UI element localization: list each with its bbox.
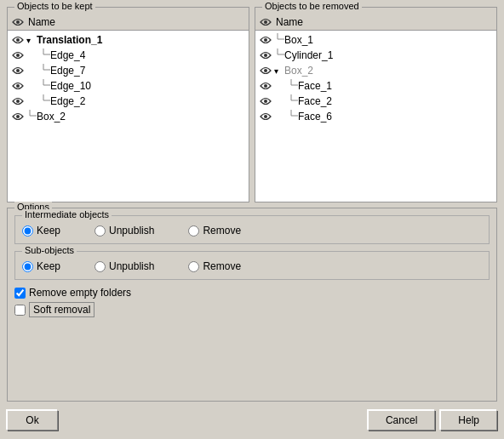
svg-point-28: [264, 100, 267, 103]
intermediate-remove[interactable]: Remove: [188, 225, 241, 237]
svg-point-1: [16, 38, 20, 42]
eye-cell: [257, 97, 274, 105]
button-row: Ok Cancel Help: [7, 407, 497, 432]
subobjects-group: Sub-objects Keep Unpublish Remove: [14, 251, 490, 280]
tree-row[interactable]: Edge_7: [8, 63, 249, 78]
options-section: Options Intermediate objects Keep Unpubl…: [7, 208, 497, 402]
eye-cell: [257, 66, 274, 75]
eye-cell: [9, 66, 26, 75]
intermediate-legend: Intermediate objects: [22, 209, 112, 220]
tree-item-label: Face_6: [298, 111, 332, 123]
dialog: Objects to be kept Name ▾Translation_1Ed…: [0, 0, 504, 439]
eye-cell: [9, 97, 26, 105]
subobjects-remove-label: Remove: [203, 260, 241, 272]
kept-panel-legend: Objects to be kept: [14, 1, 95, 11]
remove-empty-checkbox[interactable]: [14, 288, 26, 299]
intermediate-unpublish-radio[interactable]: [94, 225, 106, 237]
svg-point-24: [264, 69, 267, 72]
tree-item-label: Edge_10: [50, 80, 91, 92]
tree-item-label: Face_1: [298, 80, 332, 92]
ok-button[interactable]: Ok: [7, 410, 58, 430]
tree-item-label: Edge_4: [50, 49, 85, 61]
removed-name-col: Name: [276, 16, 303, 28]
kept-tree-body[interactable]: ▾Translation_1Edge_4Edge_7Edge_10Edge_2B…: [8, 31, 249, 197]
soft-removal-label: Soft removal: [29, 302, 94, 317]
tree-row[interactable]: Face_2: [255, 94, 496, 109]
intermediate-unpublish-label: Unpublish: [109, 225, 154, 237]
subobjects-unpublish[interactable]: Unpublish: [94, 260, 154, 272]
subobjects-keep[interactable]: Keep: [22, 260, 60, 272]
intermediate-remove-label: Remove: [203, 225, 241, 237]
tree-row[interactable]: Box_2: [8, 109, 249, 124]
subobjects-unpublish-label: Unpublish: [109, 260, 154, 272]
svg-point-31: [264, 115, 267, 118]
eye-cell: [9, 112, 26, 121]
tree-item-label: Box_2: [284, 65, 313, 77]
eye-cell: [257, 82, 274, 90]
kept-panel: Objects to be kept Name ▾Translation_1Ed…: [7, 7, 249, 202]
intermediate-keep-radio[interactable]: [22, 225, 33, 237]
tree-row[interactable]: ▾Translation_1: [8, 32, 249, 48]
intermediate-keep[interactable]: Keep: [22, 225, 60, 237]
tree-row[interactable]: Cylinder_1: [255, 48, 496, 63]
eye-cell: [9, 36, 26, 44]
intermediate-unpublish[interactable]: Unpublish: [94, 225, 154, 237]
intermediate-group: Intermediate objects Keep Unpublish Remo…: [14, 215, 490, 244]
intermediate-keep-label: Keep: [37, 225, 60, 237]
tree-item-label: Edge_2: [50, 95, 85, 107]
top-panels: Objects to be kept Name ▾Translation_1Ed…: [7, 7, 497, 202]
tree-item-label: Face_2: [298, 95, 332, 107]
removed-tree-header: Name: [255, 14, 496, 31]
help-button[interactable]: Help: [440, 410, 497, 430]
eye-cell: [257, 36, 274, 44]
tree-row[interactable]: Edge_2: [8, 94, 249, 109]
tree-row[interactable]: Face_6: [255, 109, 496, 124]
tree-item-label: Edge_7: [50, 65, 85, 77]
subobjects-keep-radio[interactable]: [22, 261, 33, 272]
tree-item-label: Box_2: [37, 111, 66, 123]
eye-cell: [9, 82, 26, 90]
svg-point-14: [16, 115, 20, 118]
subobjects-radio-row: Keep Unpublish Remove: [22, 257, 482, 272]
kept-name-col: Name: [28, 16, 55, 28]
svg-point-25: [264, 84, 267, 88]
svg-point-11: [16, 100, 20, 103]
svg-point-5: [16, 69, 20, 72]
tree-item-label: Cylinder_1: [284, 49, 333, 61]
removed-panel-legend: Objects to be removed: [262, 1, 362, 11]
eye-cell: [257, 51, 274, 60]
tree-row[interactable]: Face_1: [255, 78, 496, 94]
kept-tree-header: Name: [8, 14, 249, 31]
removed-header-eye: [259, 16, 272, 28]
tree-row[interactable]: ▾Box_2: [255, 63, 496, 78]
subobjects-keep-label: Keep: [37, 260, 60, 272]
tree-row[interactable]: Box_1: [255, 32, 496, 48]
kept-panel-inner: Name ▾Translation_1Edge_4Edge_7Edge_10Ed…: [8, 14, 249, 202]
subobjects-remove-radio[interactable]: [188, 261, 199, 272]
eye-cell: [9, 51, 26, 60]
intermediate-remove-radio[interactable]: [188, 225, 199, 237]
svg-point-18: [264, 38, 267, 42]
tree-row[interactable]: Edge_10: [8, 78, 249, 94]
intermediate-radio-row: Keep Unpublish Remove: [22, 221, 482, 237]
soft-removal-row: Soft removal: [14, 302, 490, 317]
soft-removal-checkbox[interactable]: [14, 305, 26, 316]
remove-empty-row: Remove empty folders: [14, 287, 490, 299]
eye-cell: [257, 112, 274, 121]
removed-panel-inner: Name Box_1Cylinder_1▾Box_2Face_1Face_2Fa…: [255, 14, 496, 202]
svg-point-8: [16, 84, 20, 88]
cancel-button[interactable]: Cancel: [368, 410, 435, 430]
svg-point-2: [16, 54, 20, 57]
subobjects-remove[interactable]: Remove: [188, 260, 241, 272]
tree-item-label: Translation_1: [37, 34, 102, 46]
removed-tree-body[interactable]: Box_1Cylinder_1▾Box_2Face_1Face_2Face_6: [255, 31, 496, 197]
subobjects-legend: Sub-objects: [22, 245, 77, 255]
removed-panel: Objects to be removed Name Box_1Cylinder…: [255, 7, 497, 202]
tree-row[interactable]: Edge_4: [8, 48, 249, 63]
svg-point-0: [16, 20, 20, 24]
subobjects-unpublish-radio[interactable]: [94, 261, 106, 272]
svg-point-21: [264, 54, 267, 57]
svg-point-17: [264, 20, 267, 24]
right-buttons: Cancel Help: [368, 410, 497, 430]
kept-header-eye: [11, 16, 25, 28]
